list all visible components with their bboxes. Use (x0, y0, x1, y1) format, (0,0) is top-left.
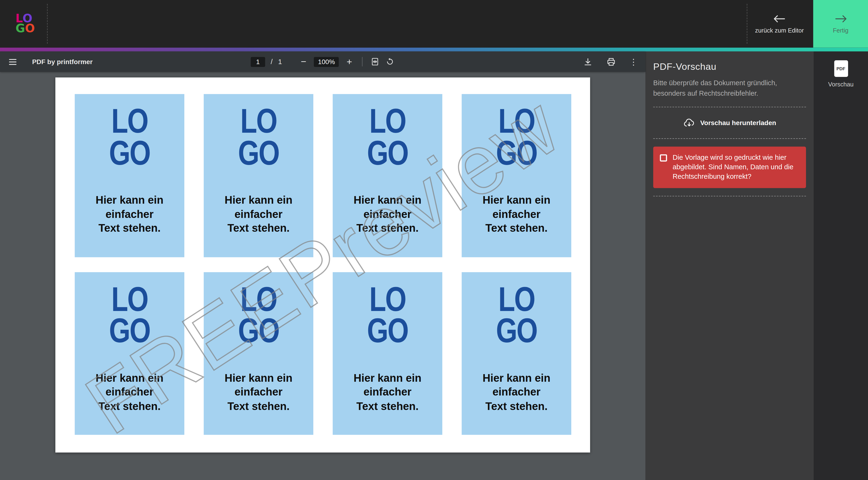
label-card: LO GO Hier kann ein einfacher Text stehe… (333, 272, 442, 435)
done-button-label: Fertig (833, 27, 848, 33)
dashed-separator (653, 138, 806, 138)
more-options-button[interactable]: ⋮ (629, 57, 638, 67)
hamburger-icon (8, 57, 18, 67)
pdf-title: PDF by printformer (32, 58, 93, 66)
topbar-divider-left (47, 4, 48, 44)
top-bar: LO GO zurück zum Editor Fertig (0, 0, 868, 47)
label-card: LO GO Hier kann ein einfacher Text stehe… (75, 94, 184, 257)
zoom-level[interactable]: 100% (314, 57, 339, 67)
cloud-download-icon (683, 118, 695, 127)
logo-letter-o2: O (25, 22, 35, 35)
menu-button[interactable] (8, 57, 18, 67)
zoom-out-button[interactable]: − (299, 57, 309, 66)
dashed-separator (653, 106, 806, 107)
label-card: LO GO Hier kann ein einfacher Text stehe… (462, 94, 571, 257)
card-text-line2: einfacher (75, 207, 184, 222)
page-total: 1 (278, 58, 282, 66)
print-icon (606, 57, 616, 67)
card-text: Hier kann ein einfacher Text stehen. (333, 193, 442, 235)
brand-logo-line2: GO (16, 24, 35, 34)
print-button[interactable] (606, 57, 616, 67)
card-text-line3: Text stehen. (75, 222, 184, 235)
rotate-icon (385, 57, 395, 66)
sidebar-title: PDF-Vorschau (653, 62, 806, 73)
card-logo: LO GO (344, 105, 431, 169)
document-page: LO GO Hier kann ein einfacher Text stehe… (55, 77, 590, 452)
card-logo: LO GO (473, 283, 560, 347)
pdf-toolbar-center: / 1 − 100% + (251, 57, 395, 67)
topbar-divider-right (747, 4, 747, 44)
zoom-in-button[interactable]: + (344, 57, 354, 66)
download-button[interactable] (583, 57, 593, 67)
card-text: Hier kann ein einfacher Text stehen. (333, 371, 442, 413)
tab-vorschau[interactable]: PDF Vorschau (828, 60, 854, 87)
download-icon (583, 57, 593, 67)
label-card: LO GO Hier kann ein einfacher Text stehe… (462, 272, 571, 435)
logo-letter-g: G (16, 22, 25, 35)
card-logo: LO GO (86, 105, 174, 169)
pdf-toolbar-right: ⋮ (583, 57, 638, 67)
card-logo-line1: LO (86, 105, 174, 137)
page-separator: / (271, 58, 273, 66)
arrow-right-icon (835, 14, 847, 23)
fit-page-button[interactable] (370, 57, 380, 66)
toolbar-separator (362, 57, 363, 66)
back-to-editor-label: zurück zum Editor (755, 27, 804, 33)
pdf-file-icon: PDF (834, 60, 848, 77)
done-button[interactable]: Fertig (813, 0, 868, 47)
arrow-left-icon (773, 14, 785, 23)
card-text-line1: Hier kann ein (75, 193, 184, 207)
label-card: LO GO Hier kann ein einfacher Text stehe… (75, 272, 184, 435)
card-logo: LO GO (86, 283, 174, 347)
confirmation-checkbox[interactable] (660, 154, 667, 161)
pdf-toolbar: PDF by printformer / 1 − 100% + (0, 52, 645, 72)
card-logo: LO GO (215, 105, 302, 169)
card-text: Hier kann ein einfacher Text stehen. (75, 371, 184, 413)
fit-page-icon (370, 57, 380, 66)
sidebar-subtitle: Bitte überprüfe das Dokument gründlich, … (653, 78, 806, 99)
label-card: LO GO Hier kann ein einfacher Text stehe… (333, 94, 442, 257)
card-text: Hier kann ein einfacher Text stehen. (204, 193, 313, 235)
rotate-button[interactable] (385, 57, 395, 66)
pdf-viewer: PDF by printformer / 1 − 100% + (0, 52, 645, 480)
gradient-strip (0, 47, 868, 51)
confirmation-alert-text: Die Vorlage wird so gedruckt wie hier ab… (673, 153, 799, 182)
page-number-input[interactable] (251, 57, 265, 67)
tab-vorschau-label: Vorschau (828, 81, 854, 87)
download-preview-label: Vorschau herunterladen (700, 119, 776, 127)
card-text: Hier kann ein einfacher Text stehen. (462, 193, 571, 235)
download-preview-button[interactable]: Vorschau herunterladen (653, 115, 806, 130)
label-card: LO GO Hier kann ein einfacher Text stehe… (204, 272, 313, 435)
pdf-preview-sidebar: PDF-Vorschau Bitte überprüfe das Dokumen… (645, 52, 814, 480)
confirmation-alert: Die Vorlage wird so gedruckt wie hier ab… (653, 146, 806, 188)
app-root: LO GO zurück zum Editor Fertig (0, 0, 868, 480)
main-content: PDF by printformer / 1 − 100% + (0, 52, 868, 480)
card-logo: LO GO (344, 283, 431, 347)
right-tab-strip: PDF Vorschau (814, 52, 868, 480)
dashed-separator (653, 196, 806, 197)
brand-logo: LO GO (16, 14, 35, 34)
card-text: Hier kann ein einfacher Text stehen. (75, 193, 184, 235)
card-text: Hier kann ein einfacher Text stehen. (462, 371, 571, 413)
back-to-editor-button[interactable]: zurück zum Editor (751, 0, 808, 47)
card-logo: LO GO (473, 105, 560, 169)
label-card: LO GO Hier kann ein einfacher Text stehe… (204, 94, 313, 257)
card-text: Hier kann ein einfacher Text stehen. (204, 371, 313, 413)
card-logo-line2: GO (86, 137, 174, 169)
card-logo: LO GO (215, 283, 302, 347)
pdf-canvas: LO GO Hier kann ein einfacher Text stehe… (0, 72, 645, 480)
kebab-menu-icon: ⋮ (629, 57, 638, 67)
